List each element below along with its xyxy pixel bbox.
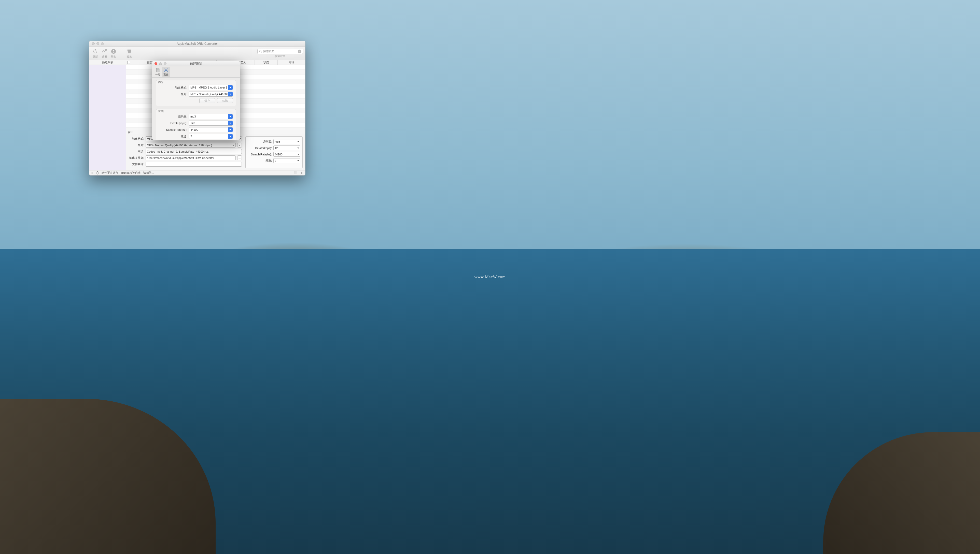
- prefs-bitrate-label: Bitrate(kbps):: [159, 122, 187, 125]
- options-icon: [101, 48, 107, 54]
- svg-rect-3: [157, 69, 159, 70]
- bitrate-value: 128: [275, 146, 279, 150]
- tab-advanced-label: 高级: [163, 73, 169, 76]
- channel-select[interactable]: 2: [273, 158, 300, 163]
- tab-advanced[interactable]: 高级: [162, 67, 170, 77]
- col-playlist[interactable]: 播放列表: [89, 60, 126, 65]
- refresh-button[interactable]: 更新: [91, 48, 99, 59]
- channel-value: 2: [275, 159, 276, 162]
- spinner-icon: [96, 172, 99, 175]
- svg-rect-7: [164, 70, 164, 70]
- toolbar: 更新 选项 ? 帮助 转换 搜索歌曲: [89, 46, 305, 60]
- titlebar[interactable]: AppleMacSoft DRM Converter: [89, 41, 305, 46]
- advanced-value: Codec=mp3, Channel=2, SampleRate=44100 H…: [147, 150, 209, 153]
- prefs-body: 简介 输出格式: MP3 - MPEG-1 Audio Layer 3 简介: …: [152, 78, 240, 140]
- encoder-label: 编码器:: [248, 140, 272, 143]
- convert-icon: [126, 48, 132, 54]
- pager-left[interactable]: |||: [91, 172, 93, 174]
- prefs-samplerate-label: SampleRate(hz):: [159, 128, 187, 131]
- format-label: 输出格式:: [129, 137, 144, 141]
- general-icon: [155, 67, 161, 73]
- search-placeholder: 搜索歌曲: [263, 49, 297, 53]
- prefs-tabs: 一般 高级: [152, 66, 240, 78]
- select-all-checkbox[interactable]: [127, 61, 130, 64]
- app-title: AppleMacSoft DRM Converter: [89, 42, 305, 46]
- encoder-value: mp3: [275, 140, 280, 143]
- convert-button[interactable]: 转换: [126, 48, 133, 59]
- svg-rect-12: [167, 68, 168, 70]
- tab-general[interactable]: 一般: [154, 67, 162, 77]
- convert-label: 转换: [127, 55, 132, 59]
- prefs-format-value: MP3 - MPEG-1 Audio Layer 3: [190, 86, 227, 89]
- chevron-down-icon: [228, 85, 233, 90]
- refresh-icon: [92, 48, 98, 54]
- filename-label: 文件名称:: [129, 162, 144, 166]
- svg-rect-8: [168, 70, 168, 70]
- prefs-channel-value: 2: [190, 135, 192, 138]
- folder-field[interactable]: /Users/macdown/Music/AppleMacSoft DRM Co…: [145, 155, 236, 160]
- prefs-encoder-value: mp3: [190, 115, 196, 118]
- playlist-sidebar[interactable]: [89, 65, 126, 170]
- svg-rect-9: [164, 68, 165, 70]
- chevron-down-icon: [228, 134, 233, 138]
- advanced-label: 高级:: [129, 150, 144, 153]
- svg-rect-6: [166, 72, 166, 73]
- svg-rect-2: [156, 68, 160, 72]
- search-wrap: 搜索歌曲 × 搜索歌曲: [257, 49, 303, 58]
- folder-value: /Users/macdown/Music/AppleMacSoft DRM Co…: [147, 156, 214, 159]
- chevron-down-icon: [228, 114, 233, 119]
- col-status[interactable]: 状态: [255, 60, 278, 65]
- profile-value: MP3 - Normal Quality( 44100 Hz, stereo ,…: [147, 144, 212, 147]
- pager-right[interactable]: |||: [301, 172, 303, 174]
- search-input[interactable]: 搜索歌曲 ×: [257, 49, 303, 54]
- encoder-select[interactable]: mp3: [273, 139, 300, 144]
- col-album[interactable]: 专辑: [278, 60, 305, 65]
- advanced-field: Codec=mp3, Channel=2, SampleRate=44100 H…: [145, 149, 242, 154]
- prefs-profile-label: 简介:: [159, 92, 187, 96]
- group-profile: 简介 输出格式: MP3 - MPEG-1 Audio Layer 3 简介: …: [156, 80, 236, 106]
- save-button[interactable]: 保存: [199, 98, 215, 103]
- samplerate-select[interactable]: 44100: [273, 152, 300, 157]
- options-label: 选项: [102, 55, 107, 59]
- bitrate-label: Bitrate(kbps):: [248, 146, 272, 150]
- profile-select[interactable]: MP3 - Normal Quality( 44100 Hz, stereo ,…: [145, 143, 236, 148]
- help-icon: ?: [110, 48, 117, 54]
- prefs-samplerate-select[interactable]: 44100: [188, 127, 233, 132]
- prefs-titlebar[interactable]: 偏好设置: [152, 61, 240, 66]
- clear-search-icon[interactable]: ×: [298, 49, 302, 53]
- preferences-window: 偏好设置 一般 高级 简介 输出格式: MP3 - MPEG-1 Audio L…: [152, 61, 240, 140]
- prefs-profile-select[interactable]: MP3 - Normal Quality( 44100 H: [188, 92, 233, 97]
- chevron-down-icon: [228, 92, 233, 96]
- remove-button[interactable]: 移除: [217, 98, 233, 103]
- prefs-title: 偏好设置: [152, 62, 240, 66]
- group-audio: 音频 编码器:mp3 Bitrate(kbps):128 SampleRate(…: [156, 109, 236, 140]
- options-button[interactable]: 选项: [101, 48, 108, 59]
- folder-browse-button[interactable]: ...: [237, 155, 242, 160]
- help-button[interactable]: ? 帮助: [110, 48, 117, 59]
- profile-label: 简介:: [129, 143, 144, 147]
- group-audio-label: 音频: [158, 109, 164, 113]
- svg-rect-5: [166, 68, 166, 68]
- audio-settings-panel: 编码器:mp3 Bitrate(kbps):128 SampleRate(hz)…: [246, 136, 303, 168]
- prefs-format-select[interactable]: MP3 - MPEG-1 Audio Layer 3: [188, 85, 233, 90]
- prefs-encoder-select[interactable]: mp3: [188, 114, 233, 119]
- prefs-encoder-label: 编码器:: [159, 115, 187, 119]
- samplerate-label: SampleRate(hz):: [248, 153, 272, 156]
- filename-field[interactable]: [145, 162, 242, 167]
- prefs-format-label: 输出格式:: [159, 86, 187, 89]
- prefs-profile-value: MP3 - Normal Quality( 44100 H: [190, 92, 229, 96]
- statusbar: ||| 软件正在运行。iTunes将被启动，请稍等... |||: [89, 170, 305, 175]
- svg-point-4: [165, 70, 167, 71]
- prefs-samplerate-value: 44100: [190, 128, 198, 131]
- output-settings-panel: 输出格式: MP3 - MPEG-1 Audio Layer 3 简介: MP3…: [129, 136, 242, 168]
- prefs-channel-select[interactable]: 2: [188, 134, 233, 139]
- bitrate-select[interactable]: 128: [273, 145, 300, 150]
- search-label: 搜索歌曲: [275, 54, 285, 58]
- chevron-down-icon: [228, 121, 233, 126]
- resize-grip[interactable]: [295, 172, 298, 175]
- profile-remove-button[interactable]: -: [237, 143, 242, 148]
- col-checkbox[interactable]: [126, 60, 131, 65]
- gear-icon: [163, 67, 169, 73]
- group-profile-label: 简介: [158, 80, 164, 84]
- prefs-bitrate-select[interactable]: 128: [188, 121, 233, 126]
